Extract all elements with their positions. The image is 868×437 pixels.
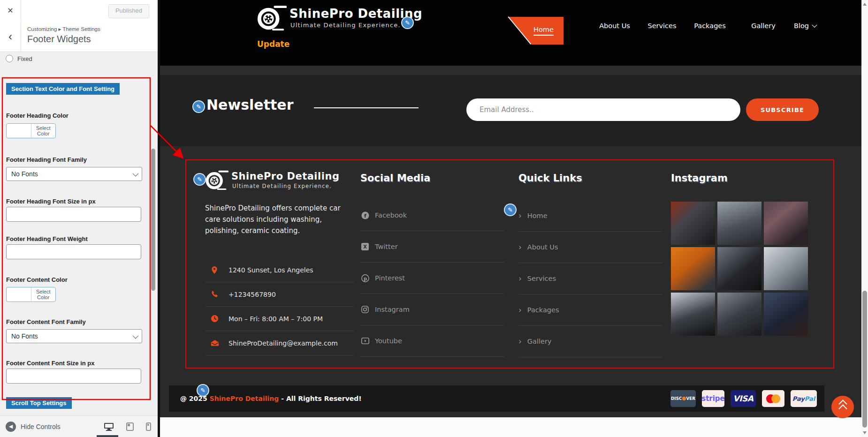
footer-heading-font-size-input[interactable]: [6, 207, 141, 222]
chevron-right-icon: ›: [518, 337, 522, 346]
email-input[interactable]: [466, 98, 740, 121]
footer-content-font-size-input[interactable]: [6, 369, 141, 384]
quick-link-about-us[interactable]: ›About Us: [518, 232, 662, 263]
footer-content-font-family-select[interactable]: No Fonts: [6, 329, 142, 343]
hide-controls-icon[interactable]: ◀: [6, 422, 16, 432]
customizer-bottombar: ◀ Hide Controls: [0, 415, 158, 437]
envelope-icon: [211, 339, 219, 347]
scrollbar-up-arrow-icon[interactable]: [863, 3, 867, 6]
newsletter-divider-line: [314, 107, 419, 108]
footer-content-font-size-label: Footer Content Font Size in px: [6, 360, 95, 367]
social-item-facebook[interactable]: f Facebook: [360, 200, 504, 231]
edit-quick-links-icon[interactable]: ✎: [504, 203, 517, 216]
instagram-photo-2[interactable]: [717, 202, 761, 245]
instagram-photo-5[interactable]: [717, 247, 761, 290]
footer-heading-color-picker[interactable]: Select Color: [6, 123, 56, 138]
edit-copyright-icon[interactable]: ✎: [197, 384, 209, 397]
device-preview-switcher: [104, 422, 151, 431]
instagram-grid: [671, 202, 808, 336]
instagram-photo-9[interactable]: [764, 293, 808, 336]
svg-text:p: p: [364, 276, 367, 281]
scrollbar-down-arrow-icon[interactable]: [863, 431, 867, 434]
edit-newsletter-icon[interactable]: ✎: [192, 100, 205, 113]
mastercard-icon: [762, 390, 784, 407]
radio-icon[interactable]: [6, 55, 13, 62]
quick-links-list: ›Home ›About Us ›Services ›Packages ›Gal…: [518, 200, 662, 357]
contact-address-text: 1240 Sunset, Los Angeles: [228, 266, 313, 274]
back-chevron-icon[interactable]: ‹: [0, 22, 21, 51]
social-item-twitter[interactable]: X Twitter: [360, 231, 504, 263]
footer-content-color-label: Footer Content Color: [6, 276, 68, 283]
edit-logo-icon[interactable]: ✎: [401, 16, 414, 29]
color-swatch: [7, 124, 31, 138]
social-item-youtube[interactable]: Youtube: [360, 325, 504, 357]
phone-icon: [211, 290, 219, 298]
quick-link-gallery[interactable]: ›Gallery: [518, 326, 662, 357]
nav-item-services[interactable]: Services: [647, 22, 676, 30]
scroll-top-settings-badge: Scroll Top Settings: [6, 397, 72, 409]
footer-content-color-picker[interactable]: Select Color: [6, 287, 56, 302]
contact-phone-text: +1234567890: [228, 291, 276, 298]
nav-item-blog[interactable]: Blog: [794, 22, 816, 30]
instagram-heading: Instagram: [671, 173, 728, 184]
quick-links-heading: Quick Links: [518, 173, 582, 184]
social-item-pinterest[interactable]: p Pinterest: [360, 263, 504, 294]
youtube-icon: [361, 338, 369, 344]
instagram-icon: [361, 306, 369, 313]
subscribe-button[interactable]: SUBSCRIBE: [746, 98, 819, 121]
nav-item-about-us[interactable]: About Us: [599, 22, 630, 30]
hide-controls-label: Hide Controls: [21, 423, 61, 430]
quick-link-label: Gallery: [527, 338, 552, 345]
footer-wheel-logo-icon: [205, 168, 228, 191]
instagram-photo-7[interactable]: [671, 293, 715, 336]
copyright-text: @ 2025 ShinePro Detailing - All Rights R…: [180, 395, 362, 402]
nav-item-packages[interactable]: Packages: [694, 22, 726, 30]
footer-heading-font-family-select[interactable]: No Fonts: [6, 167, 142, 181]
footer-contact-list: 1240 Sunset, Los Angeles +1234567890 Mon…: [205, 258, 354, 355]
mobile-preview-icon[interactable]: [146, 422, 151, 431]
nav-item-gallery[interactable]: Gallery: [751, 22, 776, 30]
footer-heading-font-weight-label: Footer Heading Font Weight: [6, 235, 88, 242]
published-button[interactable]: Published: [108, 4, 149, 18]
scroll-to-top-button[interactable]: [831, 396, 854, 418]
instagram-photo-8[interactable]: [717, 293, 761, 336]
copyright-brand[interactable]: ShinePro Detailing: [210, 395, 279, 402]
edit-footer-logo-icon[interactable]: ✎: [193, 173, 206, 186]
panel-scrollbar[interactable]: [151, 149, 155, 291]
tablet-preview-icon[interactable]: [126, 422, 134, 431]
social-media-heading: Social Media: [360, 173, 430, 184]
instagram-photo-3[interactable]: [764, 202, 808, 245]
social-item-instagram[interactable]: Instagram: [360, 294, 504, 325]
contact-email-text: ShineProDetailing@example.com: [228, 339, 338, 347]
contact-row-phone: +1234567890: [205, 282, 354, 307]
instagram-photo-1[interactable]: [671, 202, 715, 245]
footer-heading-font-weight-input[interactable]: [6, 244, 141, 259]
discover-card-icon: DISCVER: [670, 390, 696, 407]
update-button[interactable]: Update: [257, 39, 289, 49]
instagram-photo-4[interactable]: [671, 247, 715, 290]
paypal-icon: PayPal: [791, 390, 817, 407]
close-icon[interactable]: ✕: [0, 0, 21, 21]
quick-link-services[interactable]: ›Services: [518, 263, 662, 294]
scrollbar-thumb[interactable]: [862, 291, 867, 428]
fixed-radio-option[interactable]: Fixed: [6, 55, 32, 62]
section-text-color-badge: Section Text Color and Font Setting: [6, 83, 120, 95]
desktop-preview-icon[interactable]: [104, 422, 114, 431]
payment-methods: DISCVER stripe VISA PayPal: [670, 390, 817, 407]
nav-item-home-active[interactable]: Home: [509, 17, 563, 45]
quick-link-home[interactable]: ›Home: [518, 200, 662, 232]
copyright-rights: - All Rights Reserved!: [281, 395, 362, 402]
page-scrollbar[interactable]: [861, 0, 868, 437]
customizer-section-header: ‹ Customizing ▸ Theme Settings Footer Wi…: [0, 22, 158, 52]
clock-icon: [211, 315, 219, 323]
social-label: Pinterest: [375, 274, 405, 282]
page-title: Footer Widgets: [27, 34, 91, 45]
instagram-photo-6[interactable]: [764, 247, 808, 290]
quick-link-label: About Us: [527, 243, 558, 251]
page-bottom-band: [160, 417, 861, 437]
quick-link-label: Packages: [527, 306, 559, 314]
select-value: No Fonts: [11, 332, 38, 340]
chevron-down-icon: [133, 332, 139, 339]
customizer-topbar: ✕ Published: [0, 0, 158, 22]
quick-link-packages[interactable]: ›Packages: [518, 294, 662, 326]
